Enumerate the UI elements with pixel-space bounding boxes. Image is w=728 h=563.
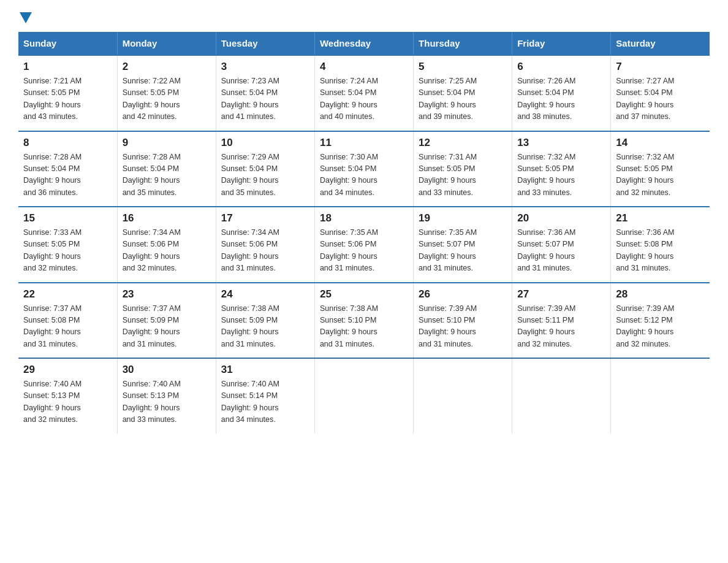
- day-number: 8: [23, 137, 112, 149]
- day-info: Sunrise: 7:30 AMSunset: 5:04 PMDaylight:…: [320, 151, 408, 199]
- weekday-header-saturday: Saturday: [611, 32, 710, 55]
- calendar-cell: 23Sunrise: 7:37 AMSunset: 5:09 PMDayligh…: [117, 283, 216, 359]
- day-number: 22: [23, 288, 112, 301]
- weekday-header-tuesday: Tuesday: [216, 32, 314, 55]
- day-info: Sunrise: 7:39 AMSunset: 5:11 PMDaylight:…: [517, 303, 605, 351]
- day-number: 1: [23, 61, 112, 73]
- calendar-cell: 11Sunrise: 7:30 AMSunset: 5:04 PMDayligh…: [314, 131, 413, 207]
- calendar-cell: 26Sunrise: 7:39 AMSunset: 5:10 PMDayligh…: [414, 283, 512, 359]
- day-number: 17: [221, 212, 309, 224]
- day-number: 16: [123, 212, 211, 224]
- day-number: 21: [616, 212, 705, 224]
- day-info: Sunrise: 7:40 AMSunset: 5:13 PMDaylight:…: [123, 378, 211, 426]
- calendar-cell: 25Sunrise: 7:38 AMSunset: 5:10 PMDayligh…: [314, 283, 413, 359]
- day-number: 13: [517, 137, 605, 149]
- day-info: Sunrise: 7:32 AMSunset: 5:05 PMDaylight:…: [517, 151, 605, 199]
- calendar-cell: 29Sunrise: 7:40 AMSunset: 5:13 PMDayligh…: [18, 358, 117, 434]
- day-number: 19: [419, 212, 507, 224]
- day-info: Sunrise: 7:37 AMSunset: 5:08 PMDaylight:…: [23, 303, 112, 351]
- day-number: 31: [221, 364, 309, 376]
- day-info: Sunrise: 7:28 AMSunset: 5:04 PMDaylight:…: [23, 151, 112, 199]
- day-number: 24: [221, 288, 309, 301]
- day-number: 5: [419, 61, 507, 73]
- calendar-cell: [414, 358, 512, 434]
- calendar-cell: [512, 358, 611, 434]
- calendar-cell: 18Sunrise: 7:35 AMSunset: 5:06 PMDayligh…: [314, 207, 413, 283]
- day-info: Sunrise: 7:27 AMSunset: 5:04 PMDaylight:…: [616, 75, 705, 123]
- day-info: Sunrise: 7:26 AMSunset: 5:04 PMDaylight:…: [517, 75, 605, 123]
- weekday-header-row: SundayMondayTuesdayWednesdayThursdayFrid…: [18, 32, 710, 55]
- day-number: 3: [221, 61, 309, 73]
- day-info: Sunrise: 7:34 AMSunset: 5:06 PMDaylight:…: [221, 227, 309, 275]
- day-info: Sunrise: 7:34 AMSunset: 5:06 PMDaylight:…: [123, 227, 211, 275]
- calendar-cell: [611, 358, 710, 434]
- calendar-cell: 30Sunrise: 7:40 AMSunset: 5:13 PMDayligh…: [117, 358, 216, 434]
- calendar-cell: [314, 358, 413, 434]
- day-number: 29: [23, 364, 112, 376]
- day-info: Sunrise: 7:35 AMSunset: 5:06 PMDaylight:…: [320, 227, 408, 275]
- day-info: Sunrise: 7:28 AMSunset: 5:04 PMDaylight:…: [123, 151, 211, 199]
- calendar-cell: 24Sunrise: 7:38 AMSunset: 5:09 PMDayligh…: [216, 283, 314, 359]
- day-number: 14: [616, 137, 705, 149]
- day-info: Sunrise: 7:29 AMSunset: 5:04 PMDaylight:…: [221, 151, 309, 199]
- day-info: Sunrise: 7:40 AMSunset: 5:14 PMDaylight:…: [221, 378, 309, 426]
- calendar-cell: 21Sunrise: 7:36 AMSunset: 5:08 PMDayligh…: [611, 207, 710, 283]
- calendar-cell: 2Sunrise: 7:22 AMSunset: 5:05 PMDaylight…: [117, 55, 216, 131]
- calendar-cell: 6Sunrise: 7:26 AMSunset: 5:04 PMDaylight…: [512, 55, 611, 131]
- day-info: Sunrise: 7:39 AMSunset: 5:10 PMDaylight:…: [419, 303, 507, 351]
- day-number: 26: [419, 288, 507, 301]
- day-number: 23: [123, 288, 211, 301]
- day-info: Sunrise: 7:38 AMSunset: 5:10 PMDaylight:…: [320, 303, 408, 351]
- day-info: Sunrise: 7:39 AMSunset: 5:12 PMDaylight:…: [616, 303, 705, 351]
- day-info: Sunrise: 7:33 AMSunset: 5:05 PMDaylight:…: [23, 227, 112, 275]
- weekday-header-monday: Monday: [117, 32, 216, 55]
- day-info: Sunrise: 7:21 AMSunset: 5:05 PMDaylight:…: [23, 75, 112, 123]
- day-number: 4: [320, 61, 408, 73]
- day-info: Sunrise: 7:35 AMSunset: 5:07 PMDaylight:…: [419, 227, 507, 275]
- calendar-week-row: 15Sunrise: 7:33 AMSunset: 5:05 PMDayligh…: [18, 207, 710, 283]
- calendar-cell: 3Sunrise: 7:23 AMSunset: 5:04 PMDaylight…: [216, 55, 314, 131]
- calendar-cell: 1Sunrise: 7:21 AMSunset: 5:05 PMDaylight…: [18, 55, 117, 131]
- day-number: 2: [123, 61, 211, 73]
- day-number: 6: [517, 61, 605, 73]
- day-info: Sunrise: 7:25 AMSunset: 5:04 PMDaylight:…: [419, 75, 507, 123]
- calendar-cell: 22Sunrise: 7:37 AMSunset: 5:08 PMDayligh…: [18, 283, 117, 359]
- day-number: 7: [616, 61, 705, 73]
- calendar-cell: 5Sunrise: 7:25 AMSunset: 5:04 PMDaylight…: [414, 55, 512, 131]
- calendar-cell: 9Sunrise: 7:28 AMSunset: 5:04 PMDaylight…: [117, 131, 216, 207]
- day-info: Sunrise: 7:22 AMSunset: 5:05 PMDaylight:…: [123, 75, 211, 123]
- day-info: Sunrise: 7:37 AMSunset: 5:09 PMDaylight:…: [123, 303, 211, 351]
- weekday-header-wednesday: Wednesday: [314, 32, 413, 55]
- day-info: Sunrise: 7:36 AMSunset: 5:07 PMDaylight:…: [517, 227, 605, 275]
- day-number: 18: [320, 212, 408, 224]
- day-number: 12: [419, 137, 507, 149]
- day-info: Sunrise: 7:40 AMSunset: 5:13 PMDaylight:…: [23, 378, 112, 426]
- weekday-header-friday: Friday: [512, 32, 611, 55]
- day-info: Sunrise: 7:31 AMSunset: 5:05 PMDaylight:…: [419, 151, 507, 199]
- calendar-cell: 7Sunrise: 7:27 AMSunset: 5:04 PMDaylight…: [611, 55, 710, 131]
- calendar-week-row: 1Sunrise: 7:21 AMSunset: 5:05 PMDaylight…: [18, 55, 710, 131]
- calendar-cell: 8Sunrise: 7:28 AMSunset: 5:04 PMDaylight…: [18, 131, 117, 207]
- calendar-cell: 27Sunrise: 7:39 AMSunset: 5:11 PMDayligh…: [512, 283, 611, 359]
- calendar-cell: 12Sunrise: 7:31 AMSunset: 5:05 PMDayligh…: [414, 131, 512, 207]
- calendar-cell: 16Sunrise: 7:34 AMSunset: 5:06 PMDayligh…: [117, 207, 216, 283]
- weekday-header-sunday: Sunday: [18, 32, 117, 55]
- day-number: 30: [123, 364, 211, 376]
- day-number: 27: [517, 288, 605, 301]
- calendar-cell: 15Sunrise: 7:33 AMSunset: 5:05 PMDayligh…: [18, 207, 117, 283]
- day-number: 25: [320, 288, 408, 301]
- day-number: 11: [320, 137, 408, 149]
- calendar-cell: 19Sunrise: 7:35 AMSunset: 5:07 PMDayligh…: [414, 207, 512, 283]
- day-number: 10: [221, 137, 309, 149]
- day-info: Sunrise: 7:38 AMSunset: 5:09 PMDaylight:…: [221, 303, 309, 351]
- calendar-cell: 20Sunrise: 7:36 AMSunset: 5:07 PMDayligh…: [512, 207, 611, 283]
- day-info: Sunrise: 7:24 AMSunset: 5:04 PMDaylight:…: [320, 75, 408, 123]
- calendar-table: SundayMondayTuesdayWednesdayThursdayFrid…: [18, 32, 710, 434]
- day-info: Sunrise: 7:23 AMSunset: 5:04 PMDaylight:…: [221, 75, 309, 123]
- calendar-cell: 28Sunrise: 7:39 AMSunset: 5:12 PMDayligh…: [611, 283, 710, 359]
- day-number: 15: [23, 212, 112, 224]
- page-header: [18, 12, 710, 20]
- calendar-week-row: 8Sunrise: 7:28 AMSunset: 5:04 PMDaylight…: [18, 131, 710, 207]
- day-info: Sunrise: 7:36 AMSunset: 5:08 PMDaylight:…: [616, 227, 705, 275]
- calendar-cell: 17Sunrise: 7:34 AMSunset: 5:06 PMDayligh…: [216, 207, 314, 283]
